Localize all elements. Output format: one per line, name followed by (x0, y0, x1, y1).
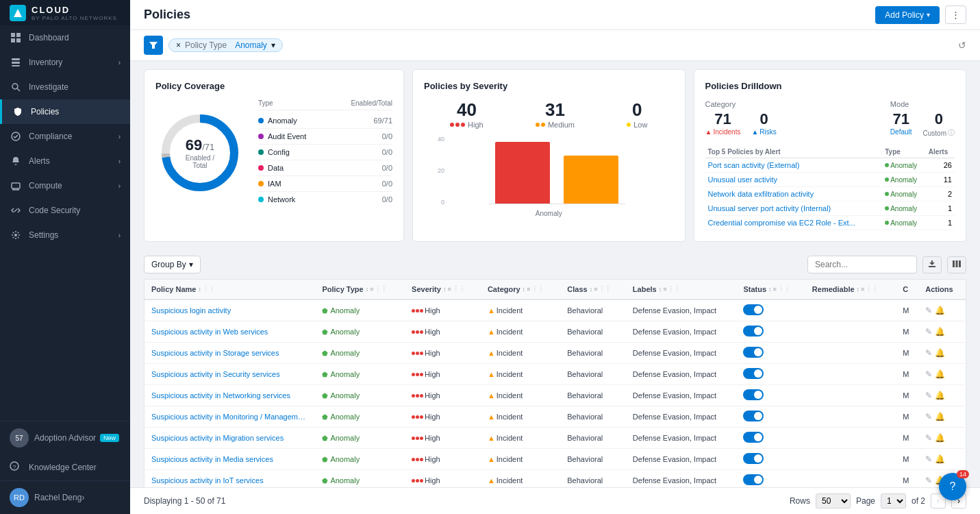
legend-rows: Anomaly69/71Audit Event0/0Config0/0Data0… (258, 114, 392, 206)
table-header: Policy Name ↕⋮⋮ Policy Type ↕≡⋮⋮ Severit… (145, 280, 966, 300)
custom-label: Custom ⓘ (923, 128, 955, 138)
search-input[interactable] (807, 256, 917, 273)
chevron-right-icon: › (118, 182, 121, 190)
sidebar-item-label: Compliance (29, 132, 118, 141)
edit-icon[interactable]: ✎ (925, 433, 932, 443)
sidebar-item-dashboard[interactable]: Dashboard (0, 25, 130, 50)
status-toggle[interactable] (743, 304, 764, 315)
more-options-button[interactable]: ⋮ (945, 5, 966, 24)
sidebar-item-compute[interactable]: Compute › (0, 173, 130, 198)
app-logo-text: CLOUD (32, 5, 117, 15)
category-numbers: 71 ▲ Incidents 0 ▲ Risks (705, 110, 777, 136)
delete-icon[interactable]: 🔔 (935, 306, 945, 315)
page-select[interactable]: 12 (881, 493, 906, 509)
legend-row: Anomaly69/71 (258, 114, 392, 127)
col-actions: Actions (918, 280, 966, 300)
delete-icon[interactable]: 🔔 (935, 412, 945, 421)
status-toggle[interactable] (743, 432, 764, 443)
policy-link[interactable]: Network data exfiltration activity (708, 190, 814, 198)
drilldown-table-row: Credential compromise via EC2 Role - Ext… (705, 216, 955, 230)
new-badge: New (100, 434, 119, 442)
mode-numbers: 71 Default 0 Custom ⓘ (890, 110, 955, 138)
status-toggle[interactable] (743, 453, 764, 464)
svg-rect-5 (12, 58, 20, 60)
col-category: Category ↕≡⋮⋮ (481, 280, 560, 300)
svg-rect-24 (956, 260, 958, 267)
status-toggle[interactable] (743, 347, 764, 358)
rows-label: Rows (790, 496, 810, 506)
policy-link[interactable]: Unusual user activity (708, 175, 778, 184)
edit-icon[interactable]: ✎ (925, 476, 932, 485)
sidebar-item-alerts[interactable]: Alerts › (0, 149, 130, 173)
table-row: Suspicious activity in Security services… (145, 364, 966, 385)
filter-value-dropdown[interactable]: Anomaly (235, 40, 267, 50)
legend-row: Audit Event0/0 (258, 130, 392, 143)
policy-link[interactable]: Credential compromise via EC2 Role - Ext… (708, 219, 855, 227)
status-toggle[interactable] (743, 411, 764, 421)
table-row: Suspicious activity in Web services ⬟Ano… (145, 321, 966, 343)
edit-icon[interactable]: ✎ (925, 454, 932, 464)
delete-icon[interactable]: 🔔 (935, 348, 945, 358)
status-toggle[interactable] (743, 368, 764, 379)
knowledge-center-item[interactable]: ? Knowledge Center (0, 454, 130, 480)
columns-button[interactable] (947, 256, 966, 273)
download-button[interactable] (922, 256, 942, 273)
svg-rect-25 (959, 260, 961, 267)
table-row: Suspicious activity in Networking servic… (145, 385, 966, 406)
table-row: Suspicious activity in Storage services … (145, 343, 966, 364)
col-policy-name: Policy Name ↕⋮⋮ (145, 280, 316, 300)
policy-link[interactable]: Port scan activity (External) (708, 161, 800, 169)
severity-card: Policies by Severity 40 High 31 Medium (412, 69, 686, 242)
chevron-right-icon: › (118, 232, 121, 239)
sidebar-nav: Dashboard Inventory › Investigate Polici… (0, 25, 130, 247)
edit-icon[interactable]: ✎ (925, 306, 932, 315)
cards-row: Policy Coverage 69/71 Enabled / Total (130, 61, 980, 250)
user-item[interactable]: RD Rachel Deng › (0, 480, 130, 514)
edit-icon[interactable]: ✎ (925, 391, 932, 400)
high-count: 40 (450, 99, 483, 121)
delete-icon[interactable]: 🔔 (935, 327, 945, 336)
table-section: Group By ▾ Policy Name ↕⋮⋮ Policy Type ↕… (130, 250, 980, 487)
delete-icon[interactable]: 🔔 (935, 391, 945, 400)
svg-marker-19 (149, 42, 158, 49)
sidebar-item-label: Investigate (29, 82, 121, 92)
edit-icon[interactable]: ✎ (925, 412, 932, 421)
chevron-right-icon: › (118, 133, 121, 140)
add-policy-button[interactable]: Add Policy ▾ (875, 6, 940, 24)
svg-line-9 (17, 88, 20, 91)
adoption-advisor-item[interactable]: 57 Adoption Advisor New (0, 421, 130, 454)
edit-icon[interactable]: ✎ (925, 327, 932, 336)
status-toggle[interactable] (743, 326, 764, 336)
compute-icon (10, 180, 22, 192)
dropdown-arrow-icon: ▾ (927, 11, 930, 19)
medium-label: Medium (536, 121, 575, 129)
sidebar-item-policies[interactable]: Policies (0, 99, 130, 124)
sidebar-item-inventory[interactable]: Inventory › (0, 50, 130, 75)
edit-icon[interactable]: ✎ (925, 369, 932, 379)
delete-icon[interactable]: 🔔 (935, 369, 945, 379)
policy-link[interactable]: Unusual server port activity (Internal) (708, 204, 831, 212)
rows-per-page-select[interactable]: 5025100 (816, 493, 851, 509)
policies-icon (12, 106, 24, 118)
default-mode: 71 Default (890, 110, 912, 138)
sidebar-item-settings[interactable]: Settings › (0, 223, 130, 247)
delete-icon[interactable]: 🔔 (935, 454, 945, 464)
donut-main-number: 69/71 (178, 136, 223, 154)
filter-icon[interactable] (144, 36, 163, 55)
sidebar-item-investigate[interactable]: Investigate (0, 75, 130, 99)
type-badge: Anomaly (885, 191, 923, 198)
group-by-button[interactable]: Group By ▾ (144, 256, 201, 273)
help-bubble[interactable]: 14 ? (939, 473, 966, 500)
sidebar-item-compliance[interactable]: Compliance › (0, 124, 130, 149)
svg-line-15 (14, 209, 17, 212)
status-toggle[interactable] (743, 474, 764, 485)
edit-icon[interactable]: ✎ (925, 348, 932, 358)
custom-mode: 0 Custom ⓘ (923, 110, 955, 138)
sidebar-item-label: Alerts (29, 156, 118, 166)
status-toggle[interactable] (743, 389, 764, 400)
filter-remove-button[interactable]: × (176, 40, 181, 50)
col-status: Status ↕≡⋮⋮ (736, 280, 805, 300)
refresh-button[interactable]: ↺ (958, 40, 966, 51)
sidebar-item-code-security[interactable]: Code Security (0, 198, 130, 223)
delete-icon[interactable]: 🔔 (935, 433, 945, 443)
